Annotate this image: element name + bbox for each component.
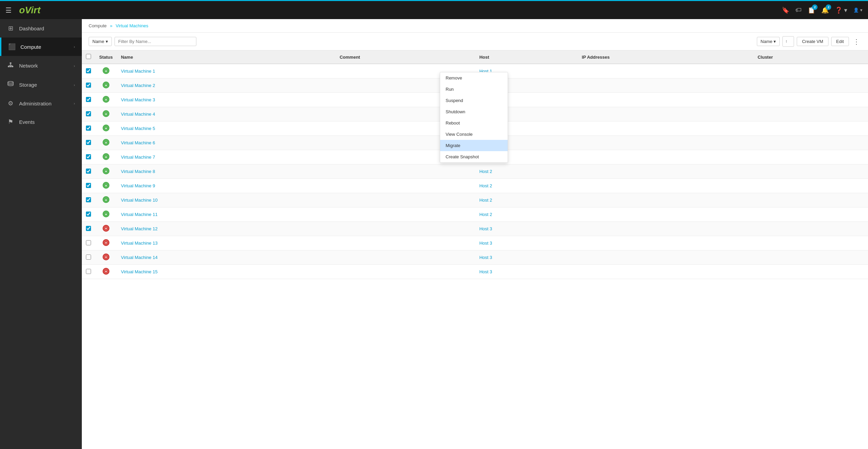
host-link[interactable]: Host 3 [479, 255, 492, 260]
edit-button[interactable]: Edit [831, 37, 849, 46]
table-row[interactable]: Virtual Machine 15 Host 3 [82, 265, 868, 279]
row-checkbox[interactable] [86, 240, 91, 245]
vm-link[interactable]: Virtual Machine 1 [121, 69, 155, 74]
breadcrumb-parent[interactable]: Compute [89, 23, 107, 28]
row-checkbox-cell[interactable] [82, 193, 95, 207]
sidebar-item-dashboard[interactable]: ⊞ Dashboard [0, 19, 82, 38]
sidebar-item-events[interactable]: ⚑ Events [0, 113, 82, 131]
sort-dropdown[interactable]: Name ▾ [757, 37, 780, 46]
sidebar-item-storage[interactable]: Storage › [0, 75, 82, 94]
row-host-cell[interactable]: Host 2 [475, 179, 578, 193]
row-name-cell[interactable]: Virtual Machine 2 [117, 78, 336, 93]
row-checkbox[interactable] [86, 212, 91, 217]
row-checkbox-cell[interactable] [82, 164, 95, 179]
row-name-cell[interactable]: Virtual Machine 3 [117, 93, 336, 107]
table-row[interactable]: Virtual Machine 8 Host 2 [82, 164, 868, 179]
row-checkbox[interactable] [86, 255, 91, 260]
vm-link[interactable]: Virtual Machine 2 [121, 83, 155, 88]
row-checkbox[interactable] [86, 126, 91, 131]
row-host-cell[interactable]: Host 3 [475, 250, 578, 265]
context-menu-item-shutdown[interactable]: Shutdown [440, 106, 508, 117]
row-checkbox[interactable] [86, 68, 91, 73]
row-name-cell[interactable]: Virtual Machine 1 [117, 64, 336, 78]
table-row[interactable]: Virtual Machine 9 Host 2 [82, 179, 868, 193]
tasks-icon[interactable]: 📋 2 [808, 6, 815, 14]
vm-link[interactable]: Virtual Machine 12 [121, 226, 158, 231]
table-row[interactable]: Virtual Machine 10 Host 2 [82, 193, 868, 207]
bookmark-icon[interactable]: 🔖 [782, 6, 789, 14]
context-menu-item-migrate[interactable]: Migrate [440, 140, 508, 151]
sidebar-item-network[interactable]: Network › [0, 56, 82, 75]
row-checkbox-cell[interactable] [82, 136, 95, 150]
row-checkbox-cell[interactable] [82, 93, 95, 107]
row-name-cell[interactable]: Virtual Machine 10 [117, 193, 336, 207]
vm-link[interactable]: Virtual Machine 10 [121, 198, 158, 203]
vm-link[interactable]: Virtual Machine 15 [121, 269, 158, 274]
create-vm-button[interactable]: Create VM [797, 37, 828, 46]
row-name-cell[interactable]: Virtual Machine 11 [117, 207, 336, 222]
host-link[interactable]: Host 3 [479, 269, 492, 274]
sidebar-item-compute[interactable]: ⬛ Compute › [0, 38, 82, 56]
row-checkbox[interactable] [86, 111, 91, 116]
notifications-icon[interactable]: 🔔 2 [821, 6, 829, 14]
context-menu-item-view-console[interactable]: View Console [440, 129, 508, 140]
context-menu-item-remove[interactable]: Remove [440, 72, 508, 84]
row-host-cell[interactable]: Host 3 [475, 265, 578, 279]
row-checkbox-cell[interactable] [82, 64, 95, 78]
row-name-cell[interactable]: Virtual Machine 12 [117, 222, 336, 236]
row-checkbox[interactable] [86, 197, 91, 202]
row-checkbox[interactable] [86, 183, 91, 188]
vm-link[interactable]: Virtual Machine 9 [121, 183, 155, 188]
vm-link[interactable]: Virtual Machine 3 [121, 97, 155, 102]
row-host-cell[interactable]: Host 3 [475, 236, 578, 250]
host-link[interactable]: Host 3 [479, 241, 492, 246]
row-name-cell[interactable]: Virtual Machine 13 [117, 236, 336, 250]
row-name-cell[interactable]: Virtual Machine 4 [117, 107, 336, 121]
host-link[interactable]: Host 2 [479, 198, 492, 203]
context-menu-item-create-snapshot[interactable]: Create Snapshot [440, 151, 508, 162]
help-icon[interactable]: ❓ ▾ [835, 6, 847, 14]
row-checkbox-cell[interactable] [82, 265, 95, 279]
row-host-cell[interactable]: Host 2 [475, 164, 578, 179]
vm-link[interactable]: Virtual Machine 7 [121, 155, 155, 160]
context-menu-item-run[interactable]: Run [440, 84, 508, 95]
row-name-cell[interactable]: Virtual Machine 8 [117, 164, 336, 179]
row-checkbox[interactable] [86, 83, 91, 88]
select-all-header[interactable] [82, 50, 95, 64]
user-menu[interactable]: 👤 ▾ [853, 8, 863, 13]
more-actions-button[interactable]: ⋮ [852, 38, 861, 46]
row-name-cell[interactable]: Virtual Machine 9 [117, 179, 336, 193]
row-name-cell[interactable]: Virtual Machine 15 [117, 265, 336, 279]
row-name-cell[interactable]: Virtual Machine 6 [117, 136, 336, 150]
row-checkbox-cell[interactable] [82, 236, 95, 250]
host-link[interactable]: Host 2 [479, 169, 492, 174]
row-checkbox[interactable] [86, 154, 91, 159]
row-checkbox[interactable] [86, 97, 91, 102]
vm-link[interactable]: Virtual Machine 13 [121, 241, 158, 246]
row-checkbox[interactable] [86, 226, 91, 231]
host-link[interactable]: Host 2 [479, 212, 492, 217]
filter-input[interactable] [115, 37, 196, 46]
row-checkbox-cell[interactable] [82, 107, 95, 121]
sidebar-item-administration[interactable]: ⚙ Administration › [0, 94, 82, 113]
context-menu-item-reboot[interactable]: Reboot [440, 117, 508, 129]
row-checkbox-cell[interactable] [82, 207, 95, 222]
row-name-cell[interactable]: Virtual Machine 7 [117, 150, 336, 164]
vm-link[interactable]: Virtual Machine 11 [121, 212, 158, 217]
vm-link[interactable]: Virtual Machine 5 [121, 126, 155, 131]
sort-az-button[interactable]: ↕ [782, 36, 794, 47]
vm-link[interactable]: Virtual Machine 14 [121, 255, 158, 260]
row-checkbox-cell[interactable] [82, 222, 95, 236]
tag-icon[interactable]: 🏷 [795, 6, 802, 14]
row-host-cell[interactable]: Host 2 [475, 207, 578, 222]
row-checkbox-cell[interactable] [82, 78, 95, 93]
hamburger-icon[interactable]: ☰ [5, 6, 12, 14]
row-name-cell[interactable]: Virtual Machine 5 [117, 121, 336, 136]
row-checkbox[interactable] [86, 169, 91, 174]
row-checkbox-cell[interactable] [82, 150, 95, 164]
table-row[interactable]: Virtual Machine 11 Host 2 [82, 207, 868, 222]
host-link[interactable]: Host 3 [479, 226, 492, 231]
vm-link[interactable]: Virtual Machine 6 [121, 140, 155, 145]
table-row[interactable]: Virtual Machine 14 Host 3 [82, 250, 868, 265]
filter-dropdown[interactable]: Name ▾ [89, 37, 112, 46]
